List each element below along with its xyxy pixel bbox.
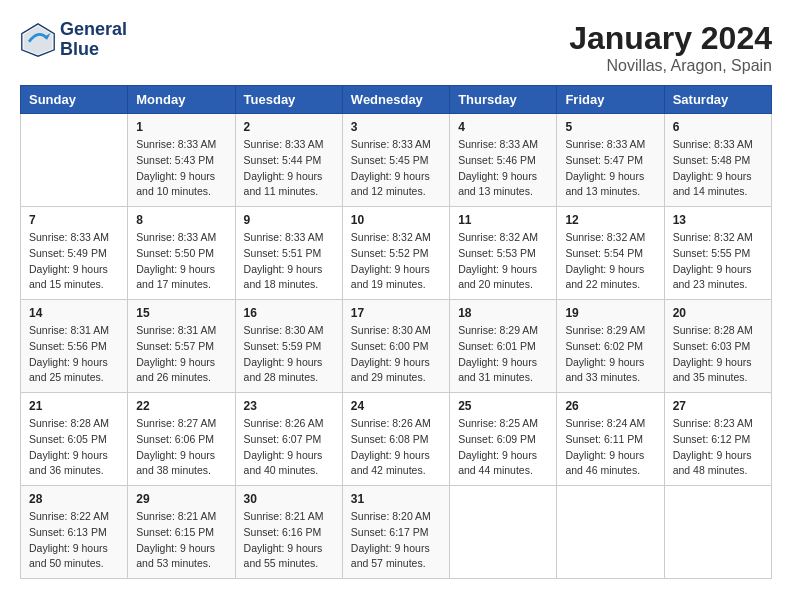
day-info: Sunrise: 8:26 AMSunset: 6:08 PMDaylight:… xyxy=(351,416,441,479)
calendar-cell: 28Sunrise: 8:22 AMSunset: 6:13 PMDayligh… xyxy=(21,486,128,579)
calendar-week-4: 21Sunrise: 8:28 AMSunset: 6:05 PMDayligh… xyxy=(21,393,772,486)
day-info: Sunrise: 8:33 AMSunset: 5:48 PMDaylight:… xyxy=(673,137,763,200)
calendar-cell xyxy=(450,486,557,579)
calendar-week-2: 7Sunrise: 8:33 AMSunset: 5:49 PMDaylight… xyxy=(21,207,772,300)
day-number: 4 xyxy=(458,120,548,134)
page-header: General Blue January 2024 Novillas, Arag… xyxy=(20,20,772,75)
day-info: Sunrise: 8:33 AMSunset: 5:45 PMDaylight:… xyxy=(351,137,441,200)
calendar-cell: 3Sunrise: 8:33 AMSunset: 5:45 PMDaylight… xyxy=(342,114,449,207)
day-number: 18 xyxy=(458,306,548,320)
day-number: 31 xyxy=(351,492,441,506)
calendar-cell: 24Sunrise: 8:26 AMSunset: 6:08 PMDayligh… xyxy=(342,393,449,486)
day-number: 26 xyxy=(565,399,655,413)
logo-icon xyxy=(20,22,56,58)
day-info: Sunrise: 8:33 AMSunset: 5:51 PMDaylight:… xyxy=(244,230,334,293)
day-info: Sunrise: 8:33 AMSunset: 5:47 PMDaylight:… xyxy=(565,137,655,200)
calendar-cell xyxy=(664,486,771,579)
calendar-cell: 11Sunrise: 8:32 AMSunset: 5:53 PMDayligh… xyxy=(450,207,557,300)
day-info: Sunrise: 8:32 AMSunset: 5:55 PMDaylight:… xyxy=(673,230,763,293)
calendar-week-3: 14Sunrise: 8:31 AMSunset: 5:56 PMDayligh… xyxy=(21,300,772,393)
month-title: January 2024 xyxy=(569,20,772,57)
logo-text: General Blue xyxy=(60,20,127,60)
calendar-cell: 20Sunrise: 8:28 AMSunset: 6:03 PMDayligh… xyxy=(664,300,771,393)
calendar-cell: 8Sunrise: 8:33 AMSunset: 5:50 PMDaylight… xyxy=(128,207,235,300)
day-info: Sunrise: 8:28 AMSunset: 6:05 PMDaylight:… xyxy=(29,416,119,479)
day-number: 28 xyxy=(29,492,119,506)
day-header-tuesday: Tuesday xyxy=(235,86,342,114)
calendar-cell: 1Sunrise: 8:33 AMSunset: 5:43 PMDaylight… xyxy=(128,114,235,207)
calendar-cell: 25Sunrise: 8:25 AMSunset: 6:09 PMDayligh… xyxy=(450,393,557,486)
day-info: Sunrise: 8:31 AMSunset: 5:57 PMDaylight:… xyxy=(136,323,226,386)
location-title: Novillas, Aragon, Spain xyxy=(569,57,772,75)
calendar-cell: 13Sunrise: 8:32 AMSunset: 5:55 PMDayligh… xyxy=(664,207,771,300)
day-info: Sunrise: 8:31 AMSunset: 5:56 PMDaylight:… xyxy=(29,323,119,386)
day-number: 15 xyxy=(136,306,226,320)
day-header-saturday: Saturday xyxy=(664,86,771,114)
day-info: Sunrise: 8:30 AMSunset: 5:59 PMDaylight:… xyxy=(244,323,334,386)
calendar-cell xyxy=(557,486,664,579)
day-number: 8 xyxy=(136,213,226,227)
day-info: Sunrise: 8:33 AMSunset: 5:44 PMDaylight:… xyxy=(244,137,334,200)
calendar-cell: 12Sunrise: 8:32 AMSunset: 5:54 PMDayligh… xyxy=(557,207,664,300)
day-number: 12 xyxy=(565,213,655,227)
calendar-cell: 16Sunrise: 8:30 AMSunset: 5:59 PMDayligh… xyxy=(235,300,342,393)
day-number: 11 xyxy=(458,213,548,227)
day-header-thursday: Thursday xyxy=(450,86,557,114)
calendar-cell: 19Sunrise: 8:29 AMSunset: 6:02 PMDayligh… xyxy=(557,300,664,393)
day-number: 23 xyxy=(244,399,334,413)
calendar-week-1: 1Sunrise: 8:33 AMSunset: 5:43 PMDaylight… xyxy=(21,114,772,207)
day-number: 1 xyxy=(136,120,226,134)
day-number: 2 xyxy=(244,120,334,134)
day-number: 10 xyxy=(351,213,441,227)
calendar-cell: 18Sunrise: 8:29 AMSunset: 6:01 PMDayligh… xyxy=(450,300,557,393)
calendar-cell: 23Sunrise: 8:26 AMSunset: 6:07 PMDayligh… xyxy=(235,393,342,486)
day-info: Sunrise: 8:28 AMSunset: 6:03 PMDaylight:… xyxy=(673,323,763,386)
calendar-cell: 2Sunrise: 8:33 AMSunset: 5:44 PMDaylight… xyxy=(235,114,342,207)
day-number: 3 xyxy=(351,120,441,134)
day-info: Sunrise: 8:33 AMSunset: 5:46 PMDaylight:… xyxy=(458,137,548,200)
day-info: Sunrise: 8:33 AMSunset: 5:43 PMDaylight:… xyxy=(136,137,226,200)
day-number: 14 xyxy=(29,306,119,320)
day-number: 5 xyxy=(565,120,655,134)
day-number: 21 xyxy=(29,399,119,413)
day-info: Sunrise: 8:21 AMSunset: 6:16 PMDaylight:… xyxy=(244,509,334,572)
day-info: Sunrise: 8:32 AMSunset: 5:53 PMDaylight:… xyxy=(458,230,548,293)
calendar-cell: 10Sunrise: 8:32 AMSunset: 5:52 PMDayligh… xyxy=(342,207,449,300)
title-block: January 2024 Novillas, Aragon, Spain xyxy=(569,20,772,75)
day-header-friday: Friday xyxy=(557,86,664,114)
calendar-cell: 26Sunrise: 8:24 AMSunset: 6:11 PMDayligh… xyxy=(557,393,664,486)
calendar-cell: 15Sunrise: 8:31 AMSunset: 5:57 PMDayligh… xyxy=(128,300,235,393)
day-number: 22 xyxy=(136,399,226,413)
day-info: Sunrise: 8:30 AMSunset: 6:00 PMDaylight:… xyxy=(351,323,441,386)
calendar-cell: 17Sunrise: 8:30 AMSunset: 6:00 PMDayligh… xyxy=(342,300,449,393)
calendar-cell: 31Sunrise: 8:20 AMSunset: 6:17 PMDayligh… xyxy=(342,486,449,579)
day-info: Sunrise: 8:20 AMSunset: 6:17 PMDaylight:… xyxy=(351,509,441,572)
day-number: 24 xyxy=(351,399,441,413)
day-number: 7 xyxy=(29,213,119,227)
calendar-cell: 27Sunrise: 8:23 AMSunset: 6:12 PMDayligh… xyxy=(664,393,771,486)
calendar-cell: 29Sunrise: 8:21 AMSunset: 6:15 PMDayligh… xyxy=(128,486,235,579)
day-number: 9 xyxy=(244,213,334,227)
day-info: Sunrise: 8:33 AMSunset: 5:49 PMDaylight:… xyxy=(29,230,119,293)
calendar-cell: 6Sunrise: 8:33 AMSunset: 5:48 PMDaylight… xyxy=(664,114,771,207)
day-info: Sunrise: 8:27 AMSunset: 6:06 PMDaylight:… xyxy=(136,416,226,479)
day-number: 27 xyxy=(673,399,763,413)
day-number: 29 xyxy=(136,492,226,506)
calendar-cell: 4Sunrise: 8:33 AMSunset: 5:46 PMDaylight… xyxy=(450,114,557,207)
day-number: 17 xyxy=(351,306,441,320)
calendar-cell: 5Sunrise: 8:33 AMSunset: 5:47 PMDaylight… xyxy=(557,114,664,207)
day-info: Sunrise: 8:29 AMSunset: 6:01 PMDaylight:… xyxy=(458,323,548,386)
calendar-cell: 21Sunrise: 8:28 AMSunset: 6:05 PMDayligh… xyxy=(21,393,128,486)
calendar-week-5: 28Sunrise: 8:22 AMSunset: 6:13 PMDayligh… xyxy=(21,486,772,579)
day-info: Sunrise: 8:33 AMSunset: 5:50 PMDaylight:… xyxy=(136,230,226,293)
calendar-table: SundayMondayTuesdayWednesdayThursdayFrid… xyxy=(20,85,772,579)
day-info: Sunrise: 8:26 AMSunset: 6:07 PMDaylight:… xyxy=(244,416,334,479)
calendar-cell: 9Sunrise: 8:33 AMSunset: 5:51 PMDaylight… xyxy=(235,207,342,300)
calendar-cell: 14Sunrise: 8:31 AMSunset: 5:56 PMDayligh… xyxy=(21,300,128,393)
calendar-cell: 7Sunrise: 8:33 AMSunset: 5:49 PMDaylight… xyxy=(21,207,128,300)
calendar-cell: 22Sunrise: 8:27 AMSunset: 6:06 PMDayligh… xyxy=(128,393,235,486)
calendar-cell xyxy=(21,114,128,207)
day-info: Sunrise: 8:24 AMSunset: 6:11 PMDaylight:… xyxy=(565,416,655,479)
day-info: Sunrise: 8:22 AMSunset: 6:13 PMDaylight:… xyxy=(29,509,119,572)
day-info: Sunrise: 8:23 AMSunset: 6:12 PMDaylight:… xyxy=(673,416,763,479)
